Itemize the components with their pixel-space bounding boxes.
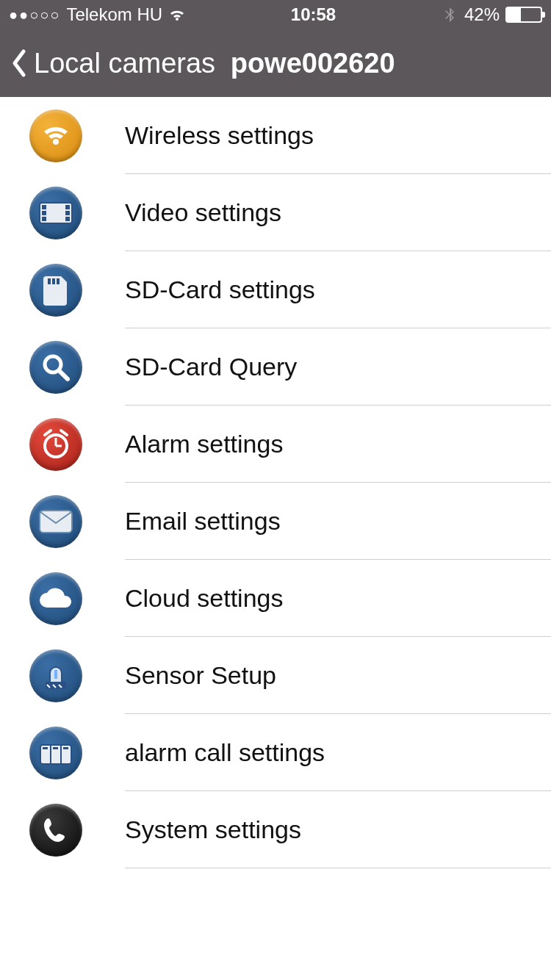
- status-left: ●●○○○ Telekom HU: [9, 4, 186, 25]
- sdcard-icon: [29, 264, 82, 317]
- row-sdcard-query[interactable]: SD-Card Query: [0, 328, 551, 406]
- clock-icon: [29, 418, 82, 471]
- nav-title[interactable]: Local cameras powe002620: [34, 48, 395, 79]
- magnifier-icon: [29, 341, 82, 394]
- row-label: Alarm settings: [125, 430, 283, 458]
- svg-line-11: [60, 371, 68, 379]
- status-right: 42%: [441, 4, 542, 25]
- row-label: alarm call settings: [125, 738, 325, 767]
- device-name: powe002620: [231, 48, 395, 79]
- boxes-icon: [29, 727, 82, 779]
- svg-rect-7: [48, 278, 51, 284]
- battery-icon: [505, 7, 542, 23]
- svg-rect-1: [42, 205, 46, 209]
- siren-icon: [29, 649, 82, 702]
- row-label: Email settings: [125, 507, 281, 536]
- svg-rect-9: [57, 278, 60, 284]
- row-sensor-setup[interactable]: Sensor Setup: [0, 637, 551, 714]
- row-label: System settings: [125, 815, 301, 844]
- svg-rect-2: [42, 211, 46, 215]
- row-alarm-settings[interactable]: Alarm settings: [0, 406, 551, 483]
- svg-rect-17: [54, 670, 57, 679]
- phone-icon: [29, 804, 82, 857]
- row-label: Sensor Setup: [125, 661, 276, 690]
- row-alarm-call-settings[interactable]: alarm call settings: [0, 714, 551, 791]
- row-label: SD-Card Query: [125, 353, 297, 381]
- svg-rect-21: [43, 747, 48, 749]
- status-bar: ●●○○○ Telekom HU 10:58 42%: [0, 0, 551, 29]
- svg-rect-8: [52, 278, 55, 284]
- svg-rect-22: [53, 747, 58, 749]
- row-video-settings[interactable]: Video settings: [0, 174, 551, 251]
- film-icon: [29, 187, 82, 239]
- battery-percent-label: 42%: [464, 4, 500, 25]
- envelope-icon: [29, 495, 82, 548]
- clock-label: 10:58: [291, 4, 336, 25]
- svg-rect-3: [42, 217, 46, 221]
- row-label: Wireless settings: [125, 121, 314, 150]
- nav-bar: Local cameras powe002620: [0, 29, 551, 97]
- settings-list: Wireless settings Video settings SD-Card…: [0, 97, 551, 868]
- back-button[interactable]: [10, 48, 26, 78]
- cloud-icon: [29, 572, 82, 625]
- back-label: Local cameras: [34, 48, 215, 79]
- wifi-icon: [168, 6, 186, 24]
- row-cloud-settings[interactable]: Cloud settings: [0, 560, 551, 637]
- row-wireless-settings[interactable]: Wireless settings: [0, 97, 551, 174]
- row-sdcard-settings[interactable]: SD-Card settings: [0, 251, 551, 328]
- svg-rect-6: [65, 217, 70, 221]
- bluetooth-icon: [441, 6, 458, 24]
- svg-rect-23: [63, 747, 68, 749]
- svg-rect-5: [65, 211, 70, 215]
- row-system-settings[interactable]: System settings: [0, 791, 551, 868]
- row-label: Video settings: [125, 198, 281, 227]
- svg-rect-15: [40, 511, 72, 533]
- row-label: Cloud settings: [125, 584, 283, 613]
- signal-dots-icon: ●●○○○: [9, 7, 60, 24]
- row-email-settings[interactable]: Email settings: [0, 483, 551, 560]
- wifi-icon: [29, 109, 82, 162]
- carrier-label: Telekom HU: [66, 4, 162, 25]
- row-label: SD-Card settings: [125, 275, 315, 304]
- svg-rect-4: [65, 205, 70, 209]
